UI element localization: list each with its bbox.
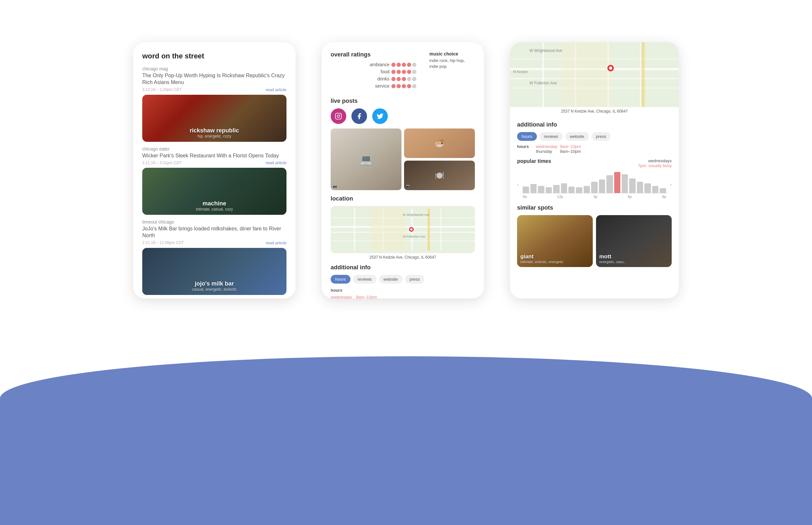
svg-text:W Fullerton Ave: W Fullerton Ave [530, 81, 557, 85]
tab-reviews-2[interactable]: reviews [353, 275, 376, 284]
rating-label-ambiance: ambiance [369, 62, 389, 67]
svg-rect-26 [640, 42, 641, 107]
dot [396, 84, 401, 88]
bar-axis: 9a 12p 3p 6p 9p [520, 195, 668, 198]
article-date-3: 2.21.19 – 11:08pm CDT [142, 240, 184, 245]
similar-spot-mott[interactable]: mott energetic, casu... [596, 215, 672, 267]
rating-label-drinks: drinks [370, 76, 389, 81]
tab-website-2[interactable]: website [379, 275, 403, 284]
phone1-caption: browse up-and-coming places in your city [140, 308, 289, 334]
similar-spot-label-giant: giant intimate, eclectic, energetic [520, 253, 564, 264]
axis-6p: 6p [628, 195, 632, 198]
similar-spot-name-mott: mott [599, 253, 626, 260]
article-meta-1: 3.12.19 – 1:24pm CDT read article [142, 87, 287, 92]
additional-info-title-3: additional info [517, 121, 672, 128]
bar [644, 183, 651, 193]
main-container: word on the street chicago mag The Only … [0, 0, 812, 334]
tab-hours-3[interactable]: hours [517, 132, 537, 141]
map-address-3: 2537 N Kedzie Ave, Chicago, IL 60647 [510, 107, 679, 116]
twitter-icon[interactable] [372, 108, 388, 124]
bar [523, 186, 529, 193]
dot [391, 70, 396, 74]
svg-text:N Kedzie: N Kedzie [513, 70, 528, 74]
additional-info-title-2: additional info [331, 264, 475, 271]
similar-spots-title: similar spots [517, 205, 672, 211]
place-name-rickshaw: rickshaw republic [142, 127, 287, 134]
phone-card-1: word on the street chicago mag The Only … [133, 42, 295, 299]
map-address-2: 2537 N Kedzie Ave, Chicago, IL 60647 [331, 255, 475, 259]
phone3-main-content: additional info hours reviews website pr… [510, 116, 679, 267]
article-source-2: chicago eater [142, 146, 287, 151]
additional-info-2: additional info hours reviews website pr… [331, 264, 475, 299]
tab-hours-2[interactable]: hours [331, 275, 350, 284]
social-icons-row [331, 108, 475, 124]
svg-rect-6 [354, 209, 355, 251]
pop-times-right: wednesdays 7pm: usually busy [638, 158, 672, 168]
dots-food [391, 70, 416, 74]
bar-wrap [652, 186, 658, 193]
bar-wrap [644, 183, 651, 193]
place-tags-rickshaw: hip, energetic, cozy [142, 134, 287, 138]
svg-rect-9 [440, 209, 441, 251]
read-article-1[interactable]: read article [266, 87, 287, 92]
svg-rect-27 [562, 42, 611, 107]
music-label: music choice [430, 51, 475, 57]
bar-chart-prev[interactable]: ‹ [517, 182, 519, 188]
phone1-content: word on the street chicago mag The Only … [133, 42, 295, 295]
article-source-1: chicago mag [142, 66, 287, 71]
bar [546, 187, 552, 193]
dot [391, 77, 396, 81]
similar-spot-tags-mott: energetic, casu... [599, 260, 626, 264]
live-posts-section: live posts [331, 97, 475, 190]
phone1-header: word on the street [142, 52, 287, 60]
dot [402, 84, 406, 88]
tab-press-2[interactable]: press [405, 275, 424, 284]
svg-text:W Wrightwood Ave: W Wrightwood Ave [403, 213, 430, 216]
bar-chart-next[interactable]: › [670, 182, 672, 188]
bar-wrap [553, 185, 559, 193]
dot [407, 77, 411, 81]
place-label-machine: machine intimate, casual, cozy [142, 200, 287, 212]
bar [538, 186, 544, 193]
dot [412, 63, 416, 67]
post-images-grid: 💻 📷 🍜 🍽️ [331, 129, 475, 190]
dot [407, 70, 411, 74]
instagram-icon[interactable] [331, 108, 346, 124]
read-article-3[interactable]: read article [266, 240, 287, 245]
rating-ambiance: ambiance [331, 62, 416, 67]
hours-highlight-time: 9am–10pm [356, 295, 377, 299]
bar [629, 178, 635, 193]
pop-times-day: wednesdays [638, 158, 672, 163]
bar-chart [520, 171, 668, 193]
phone-column-3: W Wrightwood Ave W Fullerton Ave N Kedzi… [510, 42, 679, 334]
similar-spot-giant[interactable]: giant intimate, eclectic, energetic [517, 215, 593, 267]
phone-card-3: W Wrightwood Ave W Fullerton Ave N Kedzi… [510, 42, 679, 299]
tab-press-3[interactable]: press [592, 132, 611, 141]
bar [576, 187, 582, 193]
bar [568, 186, 575, 193]
post-img-3: 🍽️ 📷 [404, 161, 475, 190]
facebook-icon[interactable] [351, 108, 367, 124]
similar-spot-name-giant: giant [520, 253, 564, 260]
article-title-2: Wicker Park's Sleek Restaurant With a Fl… [142, 152, 287, 159]
dot [402, 63, 406, 67]
bar-wrap [576, 187, 582, 193]
dot [396, 70, 401, 74]
hours-highlight-time-3: 9am–10pm [560, 144, 581, 149]
tab-website-3[interactable]: website [565, 132, 589, 141]
bar [561, 183, 567, 193]
hours-label-3: hours [517, 144, 533, 154]
article-date-2: 3.11.19 – 3:31pm CDT [142, 161, 182, 165]
bar [606, 175, 612, 193]
tab-reviews-3[interactable]: reviews [539, 132, 563, 141]
hours-row-2: hours [331, 287, 475, 294]
place-name-jojo: jojo's milk bar [142, 280, 287, 287]
map-svg-2: W Wrightwood Ave W Fullerton Ave [331, 206, 475, 253]
live-posts-title: live posts [331, 97, 475, 104]
rating-drinks: drinks [331, 76, 416, 81]
bar-wrap [546, 187, 552, 193]
read-article-2[interactable]: read article [266, 160, 287, 165]
article-item-2: chicago eater Wicker Park's Sleek Restau… [142, 146, 287, 215]
similar-spot-label-mott: mott energetic, casu... [599, 253, 626, 264]
hours-days-3: wednesday thursday [536, 144, 557, 154]
